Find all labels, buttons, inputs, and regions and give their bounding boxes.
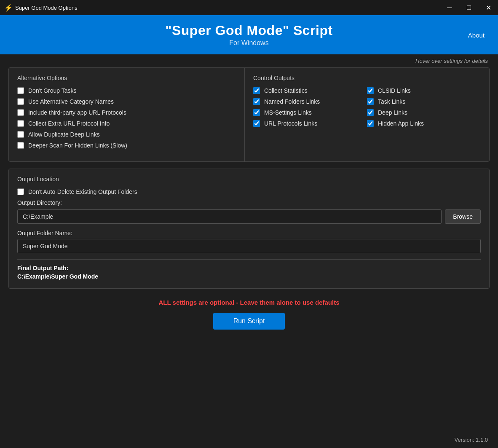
control-outputs-col1: Collect Statistics Named Folders Links M… — [253, 87, 367, 131]
checkbox-clsid-links: CLSID Links — [367, 87, 481, 94]
control-outputs-title: Control Outputs — [253, 75, 481, 81]
title-bar-left: ⚡ Super God Mode Options — [4, 4, 77, 11]
output-location-panel: Output Location Don't Auto-Delete Existi… — [8, 169, 490, 289]
label-ms-settings: MS-Settings Links — [264, 109, 312, 116]
checkbox-ms-settings: MS-Settings Links — [253, 109, 367, 116]
label-named-folders: Named Folders Links — [264, 98, 320, 105]
checkbox-dont-group-tasks: Don't Group Tasks — [17, 87, 236, 94]
label-clsid-links: CLSID Links — [378, 87, 411, 94]
options-row: Alternative Options Don't Group Tasks Us… — [8, 67, 490, 162]
output-dir-row: Browse — [17, 209, 481, 224]
checkbox-hidden-app-links: Hidden App Links — [367, 120, 481, 127]
output-folder-input[interactable] — [17, 239, 481, 253]
label-hidden-app-links: Hidden App Links — [378, 120, 424, 127]
checkbox-include-third-party-input[interactable] — [17, 109, 24, 116]
checkbox-use-alt-names-input[interactable] — [17, 98, 24, 105]
checkbox-named-folders: Named Folders Links — [253, 98, 367, 105]
label-task-links: Task Links — [378, 98, 405, 105]
output-folder-label: Output Folder Name: — [17, 230, 481, 236]
control-outputs-grid: Collect Statistics Named Folders Links M… — [253, 87, 481, 131]
label-url-protocols: URL Protocols Links — [264, 120, 317, 127]
checkbox-allow-duplicate: Allow Duplicate Deep Links — [17, 131, 236, 138]
final-output-path-value: C:\Example\Super God Mode — [17, 273, 481, 280]
app-header: "Super God Mode" Script For Windows Abou… — [0, 15, 498, 54]
checkbox-deeper-scan-input[interactable] — [17, 142, 24, 149]
optional-note: ALL settings are optional - Leave them a… — [159, 299, 340, 306]
main-content: Alternative Options Don't Group Tasks Us… — [0, 67, 498, 330]
title-bar-title: Super God Mode Options — [15, 5, 77, 11]
hover-hint: Hover over settings for details — [0, 54, 498, 67]
about-button[interactable]: About — [465, 30, 488, 40]
browse-button[interactable]: Browse — [445, 209, 481, 224]
output-location-title: Output Location — [17, 176, 481, 182]
maximize-button[interactable]: □ — [459, 0, 479, 15]
label-collect-extra-url: Collect Extra URL Protocol Info — [28, 120, 110, 127]
title-bar-controls: ─ □ ✕ — [440, 0, 498, 15]
label-dont-group-tasks: Don't Group Tasks — [28, 87, 76, 94]
label-allow-duplicate: Allow Duplicate Deep Links — [28, 131, 100, 138]
control-outputs-panel: Control Outputs Collect Statistics Named… — [245, 68, 489, 161]
output-dir-input[interactable] — [17, 209, 442, 224]
checkbox-task-links-input[interactable] — [367, 98, 374, 105]
version-text: Version: 1.1.0 — [455, 437, 488, 443]
checkbox-collect-stats-input[interactable] — [253, 87, 260, 94]
checkbox-deep-links: Deep Links — [367, 109, 481, 116]
checkbox-url-protocols: URL Protocols Links — [253, 120, 367, 127]
checkbox-clsid-links-input[interactable] — [367, 87, 374, 94]
control-outputs-col2: CLSID Links Task Links Deep Links Hidden… — [367, 87, 481, 131]
title-bar: ⚡ Super God Mode Options ─ □ ✕ — [0, 0, 498, 15]
checkbox-use-alt-names: Use Alternative Category Names — [17, 98, 236, 105]
bottom-area: ALL settings are optional - Leave them a… — [8, 297, 490, 330]
divider — [17, 259, 481, 260]
final-output-path-label: Final Output Path: — [17, 265, 481, 271]
checkbox-include-third-party: Include third-party app URL Protocols — [17, 109, 236, 116]
checkbox-allow-duplicate-input[interactable] — [17, 131, 24, 138]
checkbox-collect-stats: Collect Statistics — [253, 87, 367, 94]
run-script-button[interactable]: Run Script — [213, 313, 285, 330]
checkbox-hidden-app-links-input[interactable] — [367, 120, 374, 127]
alt-options-panel: Alternative Options Don't Group Tasks Us… — [9, 68, 245, 161]
output-dir-label: Output Directory: — [17, 199, 481, 206]
app-subtitle: For Windows — [8, 39, 490, 47]
app-title: "Super God Mode" Script — [8, 23, 490, 38]
checkbox-task-links: Task Links — [367, 98, 481, 105]
checkbox-url-protocols-input[interactable] — [253, 120, 260, 127]
label-dont-auto-delete: Don't Auto-Delete Existing Output Folder… — [28, 188, 137, 195]
checkbox-deeper-scan: Deeper Scan For Hidden Links (Slow) — [17, 142, 236, 149]
checkbox-named-folders-input[interactable] — [253, 98, 260, 105]
checkbox-deep-links-input[interactable] — [367, 109, 374, 116]
minimize-button[interactable]: ─ — [440, 0, 459, 15]
label-include-third-party: Include third-party app URL Protocols — [28, 109, 126, 116]
checkbox-dont-auto-delete-input[interactable] — [17, 188, 24, 195]
checkbox-collect-extra-url-input[interactable] — [17, 120, 24, 127]
label-use-alt-names: Use Alternative Category Names — [28, 98, 114, 105]
label-collect-stats: Collect Statistics — [264, 87, 308, 94]
checkbox-ms-settings-input[interactable] — [253, 109, 260, 116]
app-icon: ⚡ — [4, 4, 12, 11]
checkbox-dont-auto-delete: Don't Auto-Delete Existing Output Folder… — [17, 188, 481, 195]
alt-options-title: Alternative Options — [17, 75, 236, 81]
close-button[interactable]: ✕ — [479, 0, 498, 15]
label-deep-links: Deep Links — [378, 109, 407, 116]
checkbox-collect-extra-url: Collect Extra URL Protocol Info — [17, 120, 236, 127]
label-deeper-scan: Deeper Scan For Hidden Links (Slow) — [28, 142, 127, 149]
checkbox-dont-group-tasks-input[interactable] — [17, 87, 24, 94]
